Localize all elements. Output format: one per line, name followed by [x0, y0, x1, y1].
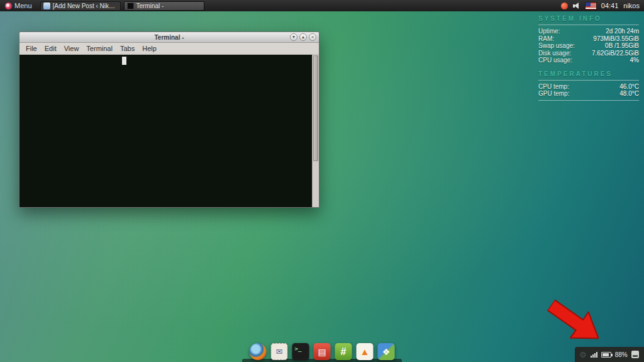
cpu-temp-row: CPU temp: 46.0°C — [538, 84, 639, 91]
window-title: Terminal - — [19, 34, 319, 41]
taskbar-item-browser[interactable]: [Add New Post ‹ NikTh@L... — [40, 1, 121, 11]
terminal-icon[interactable]: >_ — [292, 343, 309, 360]
divider — [538, 100, 639, 101]
menu-view[interactable]: View — [60, 45, 83, 52]
disk-icon[interactable] — [631, 351, 639, 358]
cpu-usage-row: CPU usage: 4% — [538, 57, 639, 64]
terminal-window: Terminal - ▾ ▴ × File Edit View Terminal… — [19, 31, 319, 208]
taskbar-item-label: Terminal - — [136, 3, 164, 9]
gpu-temp-row: GPU temp: 48.0°C — [538, 91, 639, 98]
titlebar[interactable]: Terminal - ▾ ▴ × — [19, 32, 319, 43]
terminal-menubar: File Edit View Terminal Tabs Help — [19, 43, 319, 55]
row-label: CPU usage: — [538, 57, 572, 64]
battery-percent: 88% — [615, 351, 628, 358]
menu-button[interactable]: Menu — [0, 0, 37, 11]
username-label: nikos — [623, 2, 640, 9]
close-button[interactable]: × — [309, 33, 316, 41]
row-label: RAM: — [538, 36, 554, 43]
terminal-window-icon — [127, 3, 134, 9]
swap-row: Swap usage: 0B /1.95GiB — [538, 43, 639, 50]
disk-row: Disk usage: 7.62GiB/22.5GiB — [538, 50, 639, 57]
terminal-glyph: >_ — [295, 346, 302, 352]
taskbar-item-terminal[interactable]: Terminal - — [124, 1, 204, 11]
media-glyph: ▤ — [318, 347, 326, 357]
row-value: 4% — [630, 57, 639, 64]
update-notifier-icon[interactable] — [561, 3, 568, 9]
row-value: 973MiB/3.55GiB — [593, 36, 639, 43]
menu-help[interactable]: Help — [138, 45, 160, 52]
mail-glyph: ✉ — [276, 347, 283, 356]
menu-edit[interactable]: Edit — [41, 45, 60, 52]
window-controls: ▾ ▴ × — [290, 33, 319, 41]
mail-icon[interactable]: ✉ — [271, 343, 288, 360]
irc-icon[interactable]: # — [335, 343, 352, 360]
row-label: Swap usage: — [538, 43, 575, 50]
volume-icon[interactable] — [573, 3, 580, 9]
menu-terminal[interactable]: Terminal — [82, 45, 116, 52]
keyboard-layout-flag-icon[interactable] — [586, 3, 596, 9]
temperatures-title: TEMPERATURES — [538, 71, 639, 77]
status-tray: ⚙ 88% — [575, 347, 644, 362]
row-value: 48.0°C — [619, 91, 639, 98]
terminal-cursor — [122, 57, 126, 65]
media-app-icon[interactable]: ▤ — [314, 343, 331, 360]
signal-bars-icon[interactable] — [591, 351, 597, 358]
minimize-button[interactable]: ▾ — [290, 33, 297, 41]
row-label: GPU temp: — [538, 91, 569, 98]
menu-tabs[interactable]: Tabs — [116, 45, 138, 52]
vlc-cone-glyph: ▲ — [360, 346, 370, 357]
divider — [538, 25, 639, 25]
scrollbar-thumb[interactable] — [313, 55, 318, 161]
uptime-row: Uptime: 2d 20h 24m — [538, 28, 639, 35]
row-value: 2d 20h 24m — [606, 28, 639, 35]
terminal-content[interactable] — [19, 55, 319, 207]
battery-icon[interactable] — [601, 352, 611, 358]
menu-label: Menu — [14, 2, 32, 9]
taskbar-item-label: [Add New Post ‹ NikTh@L... — [53, 3, 118, 9]
row-label: Uptime: — [538, 28, 560, 35]
hash-glyph: # — [341, 346, 347, 358]
row-value: 7.62GiB/22.5GiB — [592, 50, 639, 57]
vlc-icon[interactable]: ▲ — [357, 343, 374, 360]
system-info-title: SYSTEM INFO — [538, 15, 639, 22]
browser-window-icon — [43, 3, 50, 9]
firefox-icon[interactable] — [250, 343, 267, 360]
system-tray-area: 04:41 nikos — [561, 2, 644, 9]
row-value: 46.0°C — [619, 84, 639, 91]
red-arrow-annotation — [539, 288, 610, 356]
dock: ✉ >_ ▤ # ▲ ❖ — [250, 343, 395, 360]
menu-file[interactable]: File — [22, 45, 41, 52]
system-info-widget: SYSTEM INFO Uptime: 2d 20h 24m RAM: 973M… — [538, 15, 639, 104]
photos-glyph: ❖ — [382, 347, 391, 357]
row-label: Disk usage: — [538, 50, 571, 57]
panel-clock[interactable]: 04:41 — [601, 2, 619, 9]
ram-row: RAM: 973MiB/3.55GiB — [538, 36, 639, 43]
distro-menu-icon — [5, 3, 12, 9]
photos-icon[interactable]: ❖ — [378, 343, 395, 360]
top-panel: Menu [Add New Post ‹ NikTh@L... Terminal… — [0, 0, 644, 11]
maximize-button[interactable]: ▴ — [299, 33, 307, 41]
row-value: 0B /1.95GiB — [605, 43, 639, 50]
row-label: CPU temp: — [538, 84, 569, 91]
divider — [538, 80, 639, 81]
gear-icon[interactable]: ⚙ — [579, 351, 587, 359]
scrollbar[interactable] — [312, 55, 319, 207]
